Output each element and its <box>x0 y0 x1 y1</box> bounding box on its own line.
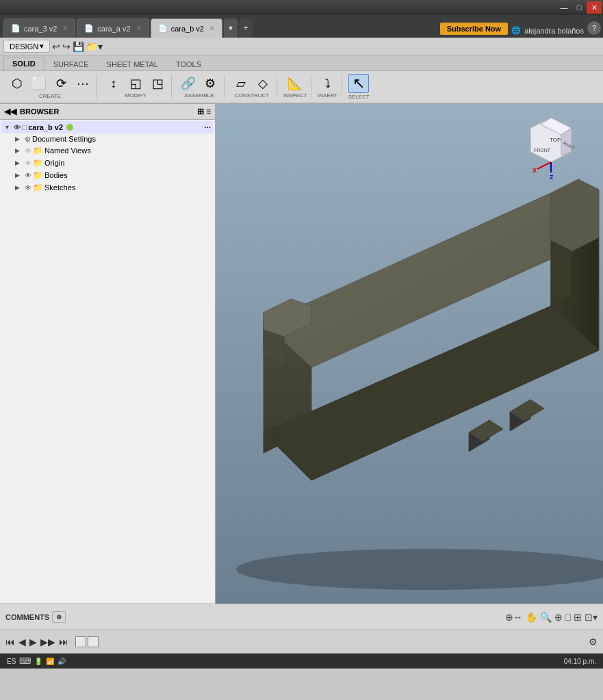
timeline-frame-icon2[interactable] <box>88 636 99 647</box>
tab-label: cara_a v2 <box>97 25 130 33</box>
tab-close-icon[interactable]: ✕ <box>209 25 215 32</box>
tree-item-label: Named Views <box>44 146 91 155</box>
tool-fillet[interactable]: ◱ <box>125 75 146 92</box>
tree-item-sketches[interactable]: ▶ 👁 📁 Sketches <box>1 181 214 194</box>
tab-surface[interactable]: SURFACE <box>44 57 98 70</box>
titlebar: — □ ✕ <box>0 0 603 15</box>
close-button[interactable]: ✕ <box>587 1 602 14</box>
timeline-frame-icon[interactable] <box>75 636 86 647</box>
design-label: DESIGN <box>10 42 38 51</box>
pan-button[interactable]: ✋ <box>526 612 537 623</box>
eye-icon[interactable]: 👁 <box>25 172 31 179</box>
tool-press-pull[interactable]: ↕ <box>103 75 124 92</box>
tree-item-origin[interactable]: ▶ 👁 📁 Origin <box>1 157 214 169</box>
viewport[interactable]: TOP FRONT RIGHT Z X <box>216 104 603 604</box>
construct-group-label: CONSTRUCT <box>235 92 269 99</box>
tool-select[interactable]: ↖ <box>348 74 369 93</box>
tree-arrow-icon: ▶ <box>15 184 23 191</box>
tab-tools[interactable]: TOOLS <box>167 57 210 70</box>
svg-marker-13 <box>551 179 599 251</box>
toolbar-group-insert: ⤵ INSERT <box>314 75 342 99</box>
chamfer-icon: ◳ <box>152 77 164 90</box>
tree-item-label: Sketches <box>44 183 75 192</box>
toolbar-area: DESIGN ▾ ↩ ↪ 💾 📁▾ SOLID SURFACE SHEET ME… <box>0 38 603 104</box>
tool-plane-angle[interactable]: ◇ <box>253 75 273 92</box>
tree-visibility-icon[interactable]: 👁 <box>14 124 21 131</box>
tab-cara3v2[interactable]: 📄 cara_3 v2 ✕ <box>3 18 75 38</box>
design-menu-button[interactable]: DESIGN ▾ <box>3 40 50 53</box>
redo-button[interactable]: ↪ <box>62 41 70 52</box>
tab-caraav2[interactable]: 📄 cara_a v2 ✕ <box>77 18 149 38</box>
tab-solid[interactable]: SOLID <box>3 57 44 70</box>
comments-add-button[interactable]: ⊕ <box>52 611 66 623</box>
as-built-icon: ⚙ <box>205 77 216 90</box>
eye-icon[interactable]: 👁 <box>25 147 31 155</box>
tab-close-icon[interactable]: ✕ <box>62 25 68 32</box>
user-name: alejandra bolaños <box>524 27 584 35</box>
tool-revolve[interactable]: ⟳ <box>51 75 71 92</box>
tree-arrow-icon: ▶ <box>15 135 23 142</box>
eye-icon[interactable]: 👁 <box>25 159 31 167</box>
timeline-first-button[interactable]: ⏮ <box>5 636 15 647</box>
eye-icon[interactable]: 👁 <box>25 184 31 192</box>
tab-label: cara_3 v2 <box>24 25 57 33</box>
display-button[interactable]: ⊡▾ <box>585 612 598 623</box>
battery-icon: 🔋 <box>34 658 42 665</box>
timeline-last-button[interactable]: ⏭ <box>59 636 68 647</box>
tool-new-component[interactable]: ⬡ <box>7 75 27 92</box>
tree-indicator <box>66 124 73 131</box>
tool-extrude[interactable]: ⬜ <box>29 75 49 92</box>
tree-expand-icon: ▼ <box>4 124 12 131</box>
tool-insert-mesh[interactable]: ⤵ <box>318 75 338 92</box>
tab-label: cara_b v2 <box>171 25 204 33</box>
tree-folder-icon: □ <box>22 122 27 132</box>
tool-measure[interactable]: 📐 <box>285 75 305 92</box>
tree-arrow-icon: ▶ <box>15 159 23 166</box>
undo-button[interactable]: ↩ <box>52 41 60 52</box>
zoom-button[interactable]: 🔍 <box>540 612 552 623</box>
timeline-play-button[interactable]: ▶ <box>29 636 37 647</box>
tree-item-bodies[interactable]: ▶ 👁 📁 Bodies <box>1 169 214 181</box>
tool-joint[interactable]: 🔗 <box>178 75 198 92</box>
tree-item-named-views[interactable]: ▶ 👁 📁 Named Views <box>1 144 214 157</box>
tab-icon: 📄 <box>158 24 168 33</box>
timeline-next-button[interactable]: ▶▶ <box>40 636 55 647</box>
tool-as-built[interactable]: ⚙ <box>200 75 220 92</box>
tree-root-item[interactable]: ▼ 👁 □ cara_b v2 ⋯ <box>1 121 214 133</box>
tool-more[interactable]: ⋯ <box>73 75 93 92</box>
file-menu-button[interactable]: 📁▾ <box>86 41 103 52</box>
svg-marker-14 <box>551 241 572 306</box>
browser-menu-icon[interactable]: ⊞ ≡ <box>197 107 211 116</box>
maximize-button[interactable]: □ <box>572 1 587 14</box>
tab-dropdown[interactable]: ▾ <box>224 18 238 38</box>
sound-icon: 🔊 <box>57 658 66 665</box>
timeline-prev-button[interactable]: ◀ <box>18 636 26 647</box>
tab-close-icon[interactable]: ✕ <box>136 25 142 32</box>
tool-offset-plane[interactable]: ▱ <box>231 75 251 92</box>
zoom-fit-button[interactable]: ⊕ <box>554 612 563 623</box>
snap-button[interactable]: ⊕↔ <box>505 612 523 623</box>
view-toggle-button[interactable]: □ <box>565 612 571 623</box>
save-button[interactable]: 💾 <box>73 41 84 52</box>
new-component-icon: ⬡ <box>12 77 23 90</box>
folder-icon: 📁 <box>33 158 43 168</box>
model-viewport-svg: TOP FRONT RIGHT Z X <box>216 104 603 604</box>
svg-text:TOP: TOP <box>550 137 561 143</box>
tab-add-button[interactable]: + <box>239 18 253 38</box>
help-button[interactable]: ? <box>587 21 601 35</box>
grid-button[interactable]: ⊞ <box>574 612 582 623</box>
joint-icon: 🔗 <box>181 77 196 90</box>
minimize-button[interactable]: — <box>556 1 572 14</box>
tool-chamfer[interactable]: ◳ <box>147 75 168 92</box>
subscribe-button[interactable]: Subscribe Now <box>440 23 508 35</box>
tree-options-icon[interactable]: ⋯ <box>204 124 211 131</box>
timeline-settings-button[interactable]: ⚙ <box>589 636 598 647</box>
tree-item-document-settings[interactable]: ▶ ⚙ Document Settings <box>1 133 214 144</box>
browser-collapse-icon[interactable]: ◀◀ <box>4 107 16 116</box>
tree-item-label: Origin <box>44 159 64 167</box>
tab-carabv2[interactable]: 📄 cara_b v2 ✕ <box>151 18 222 38</box>
tab-sheet-metal[interactable]: SHEET METAL <box>98 57 167 70</box>
fillet-icon: ◱ <box>130 77 142 90</box>
svg-text:X: X <box>533 167 537 174</box>
globe-icon: 🌐 <box>511 26 521 35</box>
